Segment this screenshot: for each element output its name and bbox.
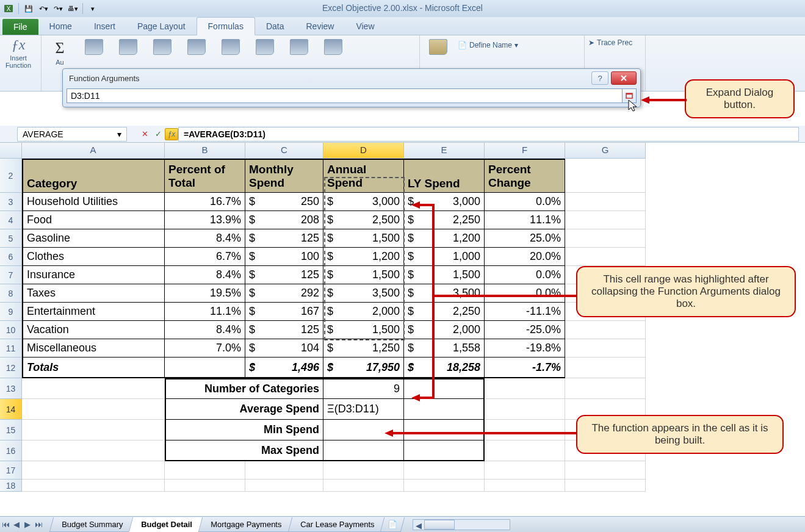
recently-used-button[interactable]	[79, 39, 109, 55]
sheet-tab[interactable]: Car Lease Payments	[287, 517, 386, 532]
cell[interactable]: 9	[323, 378, 404, 399]
financial-button[interactable]	[114, 39, 143, 55]
row-header-7[interactable]: 7	[0, 266, 22, 284]
row-header-10[interactable]: 10	[0, 321, 22, 339]
cell[interactable]: $167	[245, 303, 323, 321]
cell[interactable]: $1,200	[323, 248, 404, 266]
cell[interactable]	[22, 480, 165, 492]
cell[interactable]: Percent of Total	[165, 159, 245, 193]
cell[interactable]: $104	[245, 339, 323, 358]
more-functions-button[interactable]	[319, 39, 348, 55]
row-header-18[interactable]: 18	[0, 480, 22, 492]
insert-function-button[interactable]: ƒx Insert Function	[4, 37, 33, 69]
cell[interactable]: Taxes	[22, 284, 165, 303]
cell[interactable]: Clothes	[22, 248, 165, 266]
cell[interactable]: $1,496	[245, 358, 323, 378]
cell[interactable]: $1,500	[323, 229, 404, 248]
range-input[interactable]	[67, 88, 623, 103]
cell[interactable]: Average Spend	[165, 399, 323, 420]
cell[interactable]: $1,558	[404, 339, 485, 358]
row-header-12[interactable]: 12	[0, 358, 22, 378]
col-header-G[interactable]: G	[565, 143, 646, 159]
row-header-15[interactable]: 15	[0, 420, 22, 440]
cell[interactable]: $125	[245, 229, 323, 248]
help-button[interactable]: ?	[591, 71, 608, 85]
cell[interactable]	[22, 420, 165, 440]
cell[interactable]	[323, 440, 404, 461]
cell[interactable]: $1,200	[404, 229, 485, 248]
row-header-14[interactable]: 14	[0, 399, 22, 420]
cell[interactable]	[565, 193, 646, 211]
cell[interactable]: Insurance	[22, 266, 165, 284]
next-sheet-button[interactable]: ▶	[22, 519, 33, 531]
tab-view[interactable]: View	[345, 18, 385, 35]
print-icon[interactable]: 🖶▾	[67, 2, 79, 15]
cell[interactable]: -19.8%	[485, 339, 565, 358]
scrollbar-thumb[interactable]	[424, 520, 455, 530]
tab-insert[interactable]: Insert	[83, 18, 126, 35]
cell[interactable]	[323, 461, 404, 480]
cell[interactable]	[485, 420, 565, 440]
cell[interactable]: 19.5%	[165, 284, 245, 303]
trace-precedents-button[interactable]: ➤ Trace Prec	[588, 38, 632, 47]
col-header-F[interactable]: F	[485, 143, 565, 159]
cell[interactable]: LY Spend	[404, 159, 485, 193]
cell[interactable]: Number of Categories	[165, 378, 323, 399]
define-name-button[interactable]: 📄 Define Name ▾	[458, 41, 518, 49]
cell[interactable]: 8.4%	[165, 229, 245, 248]
cell[interactable]	[165, 358, 245, 378]
new-sheet-button[interactable]: 📄	[380, 517, 405, 532]
cell[interactable]: 0.0%	[485, 284, 565, 303]
cell[interactable]	[485, 480, 565, 492]
cell[interactable]: $18,258	[404, 358, 485, 378]
cell[interactable]	[245, 480, 323, 492]
cell[interactable]: 11.1%	[485, 211, 565, 229]
dropdown-icon[interactable]: ▾	[117, 129, 121, 139]
sheet-tab[interactable]: Budget Summary	[49, 517, 135, 532]
cell[interactable]: Annual Spend	[323, 159, 404, 193]
cell[interactable]	[404, 480, 485, 492]
cell[interactable]	[485, 399, 565, 420]
cell[interactable]	[565, 229, 646, 248]
undo-icon[interactable]: ↶▾	[37, 2, 49, 15]
cell[interactable]: $125	[245, 266, 323, 284]
cell[interactable]	[22, 399, 165, 420]
cell[interactable]: Category	[22, 159, 165, 193]
cell[interactable]: 0.0%	[485, 193, 565, 211]
row-header-3[interactable]: 3	[0, 193, 22, 211]
cell[interactable]	[323, 420, 404, 440]
cell[interactable]: $2,000	[323, 303, 404, 321]
cell[interactable]	[565, 480, 646, 492]
cell[interactable]	[404, 420, 485, 440]
tab-formulas[interactable]: Formulas	[197, 17, 255, 35]
cell[interactable]	[245, 461, 323, 480]
cell[interactable]: -1.7%	[485, 358, 565, 378]
cell[interactable]	[565, 321, 646, 339]
col-header-C[interactable]: C	[245, 143, 323, 159]
cell[interactable]	[165, 480, 245, 492]
cell[interactable]	[565, 339, 646, 358]
row-header-4[interactable]: 4	[0, 211, 22, 229]
first-sheet-button[interactable]: ⏮	[0, 519, 11, 531]
cell[interactable]: 0.0%	[485, 266, 565, 284]
cell[interactable]	[485, 461, 565, 480]
cell[interactable]: Food	[22, 211, 165, 229]
cell[interactable]	[22, 440, 165, 461]
last-sheet-button[interactable]: ⏭	[33, 519, 44, 531]
cell[interactable]	[22, 461, 165, 480]
cell[interactable]: $2,250	[404, 303, 485, 321]
col-header-E[interactable]: E	[404, 143, 485, 159]
sheet-tab[interactable]: Mortgage Payments	[198, 517, 294, 532]
cell[interactable]: $3,000	[323, 193, 404, 211]
cell[interactable]: Gasoline	[22, 229, 165, 248]
cell[interactable]: $2,000	[404, 321, 485, 339]
cell[interactable]: Percent Change	[485, 159, 565, 193]
cell[interactable]: $1,500	[323, 266, 404, 284]
cell[interactable]	[323, 480, 404, 492]
cell[interactable]	[485, 378, 565, 399]
cell[interactable]: 25.0%	[485, 229, 565, 248]
text-button[interactable]	[182, 39, 211, 55]
cell[interactable]: $3,500	[323, 284, 404, 303]
cell[interactable]: $17,950	[323, 358, 404, 378]
cell[interactable]	[565, 461, 646, 480]
